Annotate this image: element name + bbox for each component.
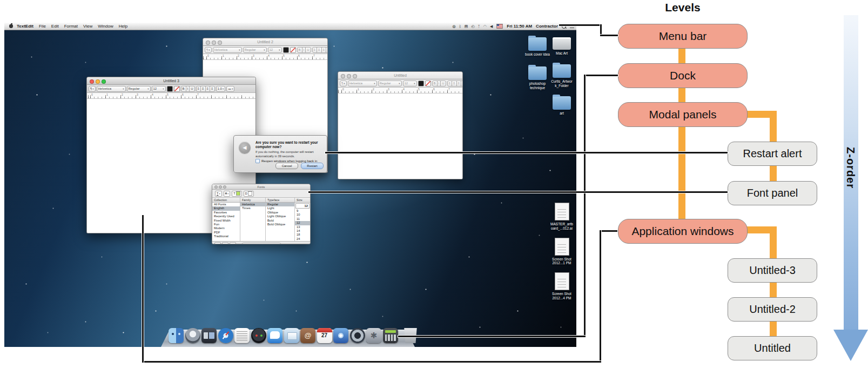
panel-window-controls[interactable] — [214, 185, 226, 189]
styles-menu[interactable]: ¶▾ — [89, 86, 96, 92]
font-search-field[interactable] — [241, 243, 281, 244]
collection-item[interactable]: All Fonts — [212, 203, 240, 206]
window-title-bar[interactable]: Untitled 3 — [87, 77, 255, 85]
time-machine-icon-dock-icon[interactable]: ◴ — [471, 24, 474, 28]
restart-button[interactable]: Restart — [301, 163, 324, 169]
typeface-item[interactable]: Oblique — [266, 211, 294, 215]
collection-item[interactable]: Fun — [212, 223, 240, 226]
collection-item[interactable]: Traditional — [212, 235, 240, 238]
desktop-icon[interactable]: Screen Shot 2012...4 PM — [546, 272, 576, 300]
zoom-button[interactable] — [353, 74, 357, 78]
font-family-menu[interactable]: Helvetica▾ — [97, 86, 126, 92]
typeface-item[interactable]: Regular — [266, 203, 294, 206]
airplay-display-icon-dock-icon[interactable]: ▤ — [465, 24, 468, 28]
ruler[interactable]: 01234567 — [203, 54, 327, 60]
checkbox[interactable] — [255, 159, 260, 163]
safari-dock-icon[interactable] — [218, 328, 233, 343]
minimize-button[interactable] — [219, 185, 222, 189]
volume-icon-dock-icon[interactable]: ◀ — [490, 24, 493, 28]
fonts-panel-title-bar[interactable]: Fonts — [212, 184, 310, 190]
highlight-color-swatch[interactable] — [290, 47, 296, 53]
highlight-color-swatch[interactable] — [174, 86, 180, 92]
ruler[interactable]: 01234567 — [87, 93, 255, 99]
add-collection-button[interactable]: + — [214, 242, 221, 244]
menu-bar-clock[interactable]: Fri 11:50 AM — [507, 24, 532, 29]
mission-control-dock-icon[interactable] — [201, 328, 217, 343]
menu-item[interactable]: Window — [98, 24, 113, 29]
user-menu[interactable]: Contractor — [536, 24, 558, 29]
family-item[interactable]: Times — [240, 206, 265, 210]
window-controls[interactable] — [341, 74, 357, 78]
us-flag-input-icon[interactable] — [496, 24, 503, 29]
calendar-dock-icon[interactable]: 27 — [317, 328, 332, 343]
menu-item[interactable]: Format — [64, 24, 78, 29]
font-family-menu[interactable]: Helvetica▾ — [348, 81, 377, 86]
close-button[interactable] — [341, 74, 345, 78]
dashboard-dock-icon[interactable] — [251, 328, 266, 343]
ruler[interactable]: 01234567 — [338, 88, 462, 93]
underline-button[interactable]: U — [440, 81, 446, 86]
family-item[interactable]: Helvetica — [240, 203, 265, 206]
action-gear-button[interactable]: ✱ — [230, 242, 236, 244]
time-machine-dock-icon[interactable] — [350, 328, 365, 343]
contacts-dock-icon[interactable] — [300, 328, 315, 343]
close-button[interactable] — [206, 41, 210, 45]
align-right-button[interactable]: ≡ — [461, 81, 463, 86]
menu-item[interactable]: Edit — [51, 24, 59, 29]
zoom-button[interactable] — [102, 79, 106, 84]
collection-item[interactable]: Recently Used — [212, 215, 240, 218]
text-color-swatch[interactable] — [283, 47, 289, 53]
highlight-color-swatch[interactable] — [425, 81, 431, 86]
window-controls[interactable] — [206, 41, 222, 45]
menu-item[interactable]: File — [39, 24, 46, 29]
size-item[interactable]: 13 — [295, 225, 310, 229]
strikethrough-style-button[interactable]: T▾ — [224, 191, 231, 197]
size-item[interactable]: 10 — [295, 213, 310, 217]
size-item[interactable]: 14 — [295, 229, 310, 233]
collection-item[interactable]: Favorites — [212, 211, 240, 215]
system-preferences-dock-icon[interactable] — [366, 328, 381, 343]
typeface-item[interactable]: Bold Oblique — [266, 223, 294, 226]
minimize-button[interactable] — [347, 74, 351, 78]
menu-item[interactable]: View — [83, 24, 92, 29]
zoom-button[interactable] — [223, 185, 226, 189]
universal-access-icon-dock-icon[interactable]: ◍ — [453, 24, 456, 28]
size-item[interactable]: 11 — [295, 217, 310, 221]
textedit-dock-icon[interactable] — [234, 328, 250, 343]
mail-dock-icon[interactable] — [284, 328, 299, 343]
collection-item[interactable]: PDF — [212, 231, 240, 235]
minimize-button[interactable] — [212, 41, 216, 45]
remove-collection-button[interactable]: – — [222, 242, 228, 244]
bluetooth-icon-dock-icon[interactable]: ᛒ — [459, 24, 461, 28]
collection-item[interactable]: English — [212, 206, 240, 210]
finder-dock-icon[interactable] — [169, 328, 184, 343]
font-family-menu[interactable]: Helvetica▾ — [213, 47, 242, 53]
messages-dock-icon[interactable] — [267, 328, 282, 343]
typeface-item[interactable]: Bold — [266, 219, 294, 223]
desktop-icon[interactable]: Screen Shot 2012...1 PM — [546, 238, 576, 266]
size-input[interactable]: 12 — [295, 203, 309, 209]
typeface-item[interactable]: Light — [266, 206, 294, 210]
font-size-menu[interactable]: 12▾ — [152, 86, 166, 92]
typeface-menu[interactable]: Regular▾ — [127, 86, 151, 92]
align-right-button[interactable]: ≡ — [210, 86, 215, 92]
cancel-button[interactable]: Cancel — [275, 163, 298, 169]
menu-item[interactable]: TextEdit — [17, 24, 33, 29]
typeface-menu[interactable]: Regular▾ — [243, 47, 267, 53]
desktop-icon[interactable]: Curtis_Artwor k_Folder — [546, 64, 576, 88]
text-color-swatch[interactable] — [167, 86, 173, 92]
text-color-button[interactable]: T — [232, 191, 241, 197]
desktop-icon[interactable]: Mac Art — [546, 37, 576, 56]
underline-button[interactable]: U — [189, 86, 194, 92]
typeface-item[interactable]: Light Oblique — [266, 215, 294, 218]
calculator-dock-icon[interactable] — [383, 328, 398, 343]
underline-style-button[interactable]: T▾ — [215, 191, 222, 197]
apple-menu-icon[interactable] — [9, 24, 13, 28]
launchpad-dock-icon[interactable] — [185, 328, 200, 343]
size-item[interactable]: 12 — [295, 221, 310, 225]
styles-menu[interactable]: ¶▾ — [340, 81, 347, 86]
list-style-menu[interactable]: ≔▾ — [226, 86, 234, 92]
close-button[interactable] — [214, 185, 218, 189]
minimize-button[interactable] — [96, 79, 100, 84]
size-item[interactable]: 18 — [295, 233, 310, 237]
